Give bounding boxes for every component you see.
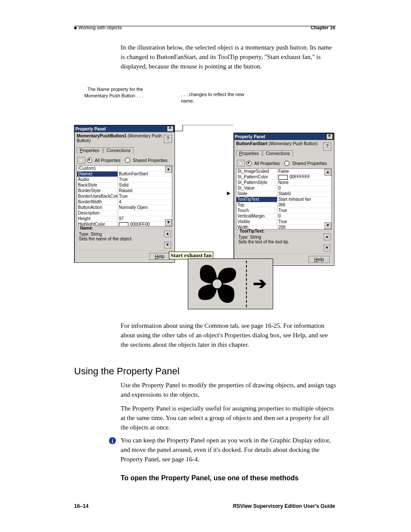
property-row[interactable]: StateState0 xyxy=(237,191,331,197)
scroll-down-icon[interactable]: ▼ xyxy=(164,242,171,249)
property-row[interactable]: St_Value0 xyxy=(237,186,331,191)
property-row[interactable]: BorderWidth4 xyxy=(77,199,172,205)
help-question-button[interactable]: ? xyxy=(164,135,172,143)
scroll-up-icon[interactable]: ▲ xyxy=(324,169,331,176)
tip-text: You can keep the Property Panel open as … xyxy=(121,436,337,464)
para-multiple-objects: The Property Panel is especially useful … xyxy=(121,404,337,432)
property-row[interactable]: VisibleTrue xyxy=(237,219,331,225)
property-value[interactable]: True xyxy=(118,194,172,199)
close-icon[interactable]: ✕ xyxy=(326,134,333,140)
property-name: St_Value xyxy=(237,186,277,191)
manual-name: RSView Supervisory Edition User's Guide xyxy=(233,503,335,509)
property-row[interactable]: ButtonActionNormally Open xyxy=(77,205,172,211)
property-row[interactable]: (Custom) xyxy=(77,166,172,171)
radio-all-properties[interactable] xyxy=(87,158,92,163)
property-row[interactable]: St_ImageScaledFalse xyxy=(237,169,331,174)
property-value[interactable]: 209 xyxy=(277,225,331,230)
property-list[interactable]: ▲ ▼ St_ImageScaledFalseSt_PatternColor00… xyxy=(236,168,332,230)
property-value[interactable]: Normally Open xyxy=(118,205,172,211)
property-row[interactable]: TouchTrue xyxy=(237,208,331,214)
radio-shared-properties[interactable] xyxy=(125,158,130,163)
tab-connections[interactable]: Connections xyxy=(103,147,134,153)
property-value[interactable]: 366 xyxy=(277,202,331,208)
desc-type: Type: String xyxy=(238,235,330,240)
scroll-down-icon[interactable]: ▼ xyxy=(324,245,330,252)
property-value[interactable]: 97 xyxy=(118,216,172,222)
titlebar[interactable]: Property Panel ✕ xyxy=(75,125,174,132)
property-value[interactable]: True xyxy=(277,219,331,225)
property-name: Description xyxy=(77,211,118,216)
help-button[interactable]: Help xyxy=(149,253,170,260)
property-value[interactable]: 00FFFFFF xyxy=(277,174,331,180)
property-value[interactable]: True xyxy=(118,177,172,183)
label-all-properties: All Properties xyxy=(95,158,120,163)
runhead-left: Working with objects xyxy=(74,25,122,30)
property-row[interactable]: BorderUsesBackColorTrue xyxy=(77,194,172,199)
color-chip xyxy=(119,222,128,227)
page-number: 16–14 xyxy=(74,503,88,509)
radio-shared-properties[interactable] xyxy=(284,161,290,166)
arrow-right-icon: ➔ xyxy=(253,275,267,292)
tab-properties[interactable]: Properties xyxy=(77,147,103,153)
property-value[interactable]: False xyxy=(277,169,331,174)
property-row[interactable]: ToolTipTextStart exhaust fan xyxy=(237,197,331,202)
scroll-up-icon[interactable]: ▲ xyxy=(165,166,172,173)
scroll-up-icon[interactable]: ▲ xyxy=(324,233,330,240)
tabs: Properties Connections xyxy=(75,146,174,154)
radio-all-properties[interactable] xyxy=(246,161,252,166)
property-row[interactable]: Height97 xyxy=(77,216,172,222)
close-icon[interactable]: ✕ xyxy=(167,126,174,132)
property-value[interactable]: ButtonFanStart xyxy=(118,171,172,177)
property-row[interactable]: AudioTrue xyxy=(77,177,172,183)
property-value[interactable]: State0 xyxy=(277,191,331,197)
divider-dashed xyxy=(246,261,247,307)
property-value[interactable]: 0 xyxy=(277,186,331,191)
property-name: ToolTipText xyxy=(237,197,277,202)
property-row[interactable]: Top366 xyxy=(237,202,331,208)
fan-button-demo[interactable]: ➔ xyxy=(188,258,273,309)
property-value[interactable]: 0000FF00 xyxy=(118,222,172,227)
label-all-properties: All Properties xyxy=(254,161,280,166)
property-row[interactable]: BackStyleSolid xyxy=(77,183,172,188)
property-value[interactable] xyxy=(118,166,172,171)
scroll-down-icon[interactable]: ▼ xyxy=(324,222,331,229)
property-row[interactable]: St_PatternStyleNone xyxy=(237,180,331,186)
arrow-icon: ► xyxy=(226,190,232,196)
callout-changes: . . . changes to reflect the new name. xyxy=(181,91,254,104)
color-chip xyxy=(278,175,288,180)
property-name: BorderWidth xyxy=(77,199,118,205)
property-value[interactable]: Raised xyxy=(118,188,172,194)
scroll-down-icon[interactable]: ▼ xyxy=(165,219,172,226)
tab-properties[interactable]: Properties xyxy=(236,150,262,156)
desc-text: Sets the name of the object. xyxy=(79,236,170,241)
categorize-icon[interactable]: 📋 xyxy=(78,157,85,164)
tabs: Properties Connections xyxy=(234,149,334,157)
property-value[interactable]: Start exhaust fan xyxy=(277,197,331,202)
property-row[interactable]: St_PatternColor00FFFFFF xyxy=(237,174,331,180)
property-name: St_PatternColor xyxy=(237,174,277,180)
categorize-icon[interactable]: 📋 xyxy=(237,160,245,167)
property-value[interactable]: 0 xyxy=(277,214,331,219)
titlebar[interactable]: Property Panel ✕ xyxy=(234,133,334,140)
help-button[interactable]: Help xyxy=(308,256,330,263)
property-row[interactable]: BorderStyleRaised xyxy=(77,188,172,194)
property-panel-right: Property Panel ✕ ButtonFanStart (Momenta… xyxy=(234,133,334,266)
desc-title: ToolTipText: xyxy=(238,229,266,233)
help-question-button[interactable]: ? xyxy=(323,143,331,151)
tip-icon: i xyxy=(109,437,116,445)
property-name: ButtonAction xyxy=(77,205,118,211)
property-value[interactable]: None xyxy=(277,180,331,186)
scroll-up-icon[interactable]: ▲ xyxy=(164,230,171,237)
property-list[interactable]: ▲ ▼ (Custom)(Name)ButtonFanStartAudioTru… xyxy=(77,165,172,227)
property-row[interactable]: VerticalMargin0 xyxy=(237,214,331,219)
property-value[interactable]: 4 xyxy=(118,199,172,205)
tab-connections[interactable]: Connections xyxy=(263,150,293,156)
property-name: VerticalMargin xyxy=(237,214,277,219)
property-name: State xyxy=(237,191,277,197)
property-value[interactable] xyxy=(118,211,172,216)
property-row[interactable]: Description xyxy=(77,211,172,216)
property-value[interactable]: Solid xyxy=(118,183,172,188)
property-value[interactable]: True xyxy=(277,208,331,214)
property-name: Visible xyxy=(237,219,277,225)
property-row[interactable]: (Name)ButtonFanStart xyxy=(77,171,172,177)
